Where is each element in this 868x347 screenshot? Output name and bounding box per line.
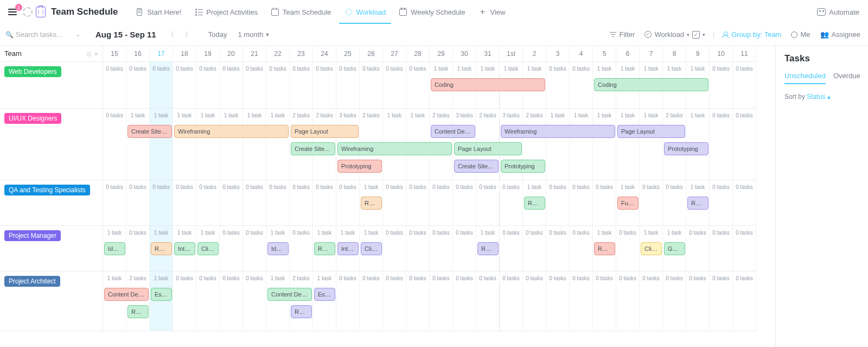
task-bar[interactable]: Full r... — [617, 197, 639, 210]
task-bar[interactable]: Content Devel... — [431, 125, 475, 138]
search-expand[interactable]: ⌄ — [75, 31, 80, 38]
task-bar[interactable]: Revi... — [687, 197, 709, 210]
day-header[interactable]: 2 — [523, 46, 546, 62]
next-range-button[interactable]: 〉 — [182, 29, 194, 41]
task-bar[interactable]: Create Sitemap — [291, 142, 335, 155]
task-bar[interactable]: Prototyping — [664, 142, 709, 155]
day-header[interactable]: 17 — [150, 46, 173, 62]
day-header[interactable]: 10 — [710, 46, 733, 62]
task-bar[interactable]: Clien... — [197, 242, 219, 255]
automate-button[interactable]: Automate — [814, 8, 863, 16]
collapse-icon[interactable]: « — [94, 49, 98, 58]
day-header[interactable]: 4 — [570, 46, 593, 62]
task-bar[interactable]: Coding — [431, 78, 545, 91]
task-bar[interactable]: Prototyping — [501, 160, 545, 173]
task-bar[interactable]: Inter... — [174, 242, 195, 255]
task-bar[interactable]: Go Li... — [664, 242, 685, 255]
day-header[interactable]: 11 — [733, 46, 756, 62]
task-bar[interactable]: Wireframing — [337, 142, 452, 155]
day-header[interactable]: 20 — [220, 46, 243, 62]
task-bar[interactable]: Revi... — [477, 242, 499, 255]
task-bar[interactable]: Rese... — [291, 305, 312, 318]
day-header[interactable]: 7 — [640, 46, 663, 62]
eye-off-icon[interactable]: ⦸ — [87, 49, 91, 58]
task-bar[interactable]: Create Sitemap — [127, 125, 172, 138]
task-bar[interactable]: Revie... — [361, 197, 382, 210]
team-row-label[interactable]: Project Manager — [0, 226, 103, 272]
task-bar[interactable]: Create Sitemap — [454, 160, 499, 173]
day-header[interactable]: 18 — [173, 46, 196, 62]
day-header[interactable]: 25 — [336, 46, 360, 62]
task-bar[interactable]: Revi... — [314, 242, 335, 255]
team-row-label[interactable]: UI/UX Designers — [0, 109, 103, 180]
task-bar[interactable]: Page Layout — [291, 125, 359, 138]
day-header[interactable]: 31 — [476, 46, 500, 62]
day-header[interactable]: 27 — [383, 46, 406, 62]
task-bar[interactable]: Wireframing — [501, 125, 615, 138]
group-by-button[interactable]: Group by: Team — [720, 30, 783, 39]
task-count-cell: 0 tasks — [336, 180, 360, 193]
period-dropdown[interactable]: 1 month ▼ — [238, 30, 270, 39]
day-header[interactable]: 16 — [126, 46, 150, 62]
task-bar[interactable]: Coding — [594, 78, 709, 91]
team-row-label[interactable]: Project Architect — [0, 272, 103, 331]
task-bar[interactable]: Page Layout — [454, 142, 522, 155]
lane-day-cell — [733, 75, 756, 108]
day-header[interactable]: 28 — [406, 46, 430, 62]
task-bar[interactable]: Ident... — [267, 242, 289, 255]
tab-weekly-schedule[interactable]: Weekly Schedule — [393, 4, 470, 24]
day-header[interactable]: 29 — [430, 46, 453, 62]
team-row-label[interactable]: QA and Testing Specialists — [0, 180, 103, 226]
day-header[interactable]: 19 — [196, 46, 220, 62]
task-bar[interactable]: Rese... — [127, 305, 149, 318]
tab-view[interactable]: +View — [473, 4, 511, 24]
today-button[interactable]: Today — [208, 30, 227, 39]
filter-button[interactable]: Filter — [608, 30, 637, 39]
day-header[interactable]: 3 — [546, 46, 570, 62]
task-bar[interactable]: Revi... — [151, 242, 172, 255]
task-bar[interactable]: Clien... — [641, 242, 662, 255]
task-bar[interactable]: Estab... — [314, 288, 335, 301]
task-bar[interactable]: Revie... — [524, 197, 545, 210]
workload-toggle[interactable]: Workload▾✓▾ — [642, 30, 707, 39]
lane-day-cell — [453, 193, 476, 225]
hamburger-menu[interactable]: 1 — [5, 5, 20, 19]
day-header[interactable]: 5 — [593, 46, 616, 62]
day-header[interactable]: 23 — [290, 46, 313, 62]
date-range[interactable]: Aug 15 - Sep 11 — [95, 30, 156, 39]
task-bar[interactable]: Content Devel... — [104, 288, 149, 301]
day-header[interactable]: 1st — [500, 46, 523, 62]
task-bar[interactable]: Inter... — [337, 242, 359, 255]
day-header[interactable]: 6 — [616, 46, 640, 62]
day-header[interactable]: 15 — [103, 46, 126, 62]
day-header[interactable]: 30 — [453, 46, 476, 62]
tab-workload[interactable]: Workload — [339, 4, 392, 24]
day-header[interactable]: 24 — [313, 46, 336, 62]
side-tab-overdue[interactable]: Overdue — [833, 72, 860, 84]
prev-range-button[interactable]: 〈 — [165, 29, 177, 41]
lane-day-cell — [383, 285, 406, 331]
task-bar[interactable]: Page Layout — [617, 125, 685, 138]
task-count-cell: 0 tasks — [290, 180, 313, 193]
day-header[interactable]: 21 — [243, 46, 266, 62]
task-bar[interactable]: Clien... — [361, 242, 382, 255]
search-input[interactable] — [16, 30, 70, 39]
sort-value-dropdown[interactable]: Status ▴ — [807, 93, 830, 100]
task-bar[interactable]: Prototyping — [337, 160, 382, 173]
team-row-label[interactable]: Web Developers — [0, 62, 103, 109]
tab-team-schedule[interactable]: Team Schedule — [265, 4, 337, 24]
task-bar[interactable]: Content Devel... — [267, 288, 312, 301]
day-header[interactable]: 8 — [663, 46, 686, 62]
task-bar[interactable]: Revi... — [594, 242, 615, 255]
day-header[interactable]: 22 — [266, 46, 290, 62]
me-filter[interactable]: Me — [789, 30, 812, 39]
task-bar[interactable]: Estab... — [151, 288, 172, 301]
day-header[interactable]: 26 — [360, 46, 383, 62]
side-tab-unscheduled[interactable]: Unscheduled — [784, 72, 826, 84]
task-bar[interactable]: Ident... — [104, 242, 125, 255]
day-header[interactable]: 9 — [686, 46, 710, 62]
assignee-filter[interactable]: 👥Assignee — [818, 30, 863, 39]
task-bar[interactable]: Wireframing — [174, 125, 289, 138]
tab-start-here-[interactable]: Start Here! — [130, 4, 187, 24]
tab-project-activities[interactable]: Project Activities — [189, 4, 263, 24]
